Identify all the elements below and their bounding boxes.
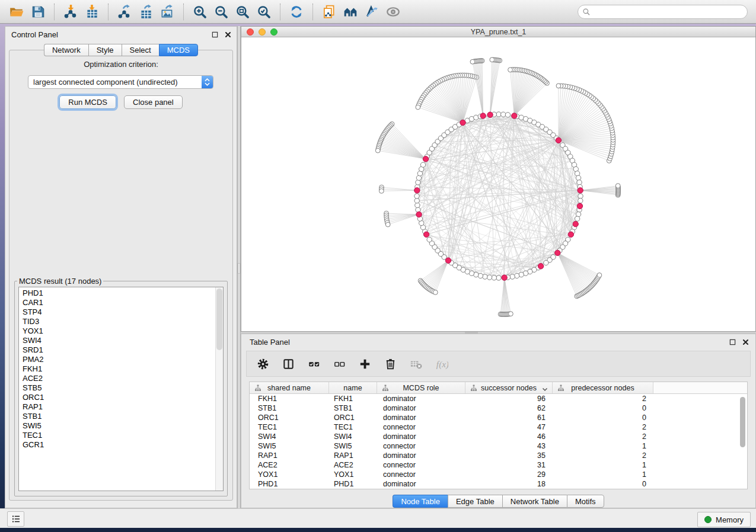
tab-network-table[interactable]: Network Table (502, 495, 567, 508)
mcds-result-item[interactable]: ACE2 (19, 374, 223, 383)
minimize-window-button[interactable] (259, 28, 266, 36)
show-columns-icon[interactable] (280, 356, 296, 371)
mcds-result-item[interactable]: ORC1 (19, 393, 223, 402)
zoom-selected-icon[interactable] (253, 2, 275, 21)
memory-button[interactable]: Memory (697, 512, 751, 527)
graph-hub-node[interactable] (502, 275, 507, 280)
graph-hub-node[interactable] (445, 258, 451, 263)
mcds-result-item[interactable]: FKH1 (19, 364, 223, 374)
mcds-result-item[interactable]: SWI5 (19, 421, 223, 431)
memory-label: Memory (716, 515, 744, 524)
tab-node-table[interactable]: Node Table (393, 495, 448, 508)
import-table-icon[interactable] (81, 2, 103, 21)
table-row[interactable]: FKH1FKH1dominator962 (250, 394, 747, 403)
mcds-result-item[interactable]: RAP1 (19, 402, 223, 412)
tab-network[interactable]: Network (44, 44, 88, 56)
graph-hub-node[interactable] (538, 264, 543, 269)
graph-hub-node[interactable] (573, 221, 578, 226)
close-window-button[interactable] (247, 28, 254, 36)
graph-hub-node[interactable] (423, 156, 428, 162)
graph-hub-node[interactable] (423, 232, 429, 237)
table-row[interactable]: ORC1ORC1dominator610 (250, 413, 747, 422)
table-row[interactable]: PHD1PHD1dominator180 (250, 479, 747, 489)
graph-hub-node[interactable] (556, 137, 561, 143)
table-panel-titlebar: Table Panel (241, 334, 755, 350)
select-all-rows-icon[interactable] (306, 356, 321, 371)
table-row[interactable]: ACE2ACE2connector311 (250, 460, 747, 470)
export-image-icon[interactable] (157, 2, 178, 21)
network-canvas[interactable] (241, 37, 755, 331)
column-settings-icon[interactable] (255, 356, 270, 371)
column-header-name[interactable]: name (329, 382, 377, 393)
zoom-in-icon[interactable] (189, 2, 210, 21)
close-panel-icon[interactable] (224, 31, 232, 39)
delete-columns-icon[interactable] (382, 356, 398, 371)
graph-hub-node[interactable] (578, 188, 583, 193)
graph-hub-node[interactable] (487, 112, 493, 117)
save-session-icon[interactable] (27, 2, 49, 21)
mcds-result-item[interactable]: STB1 (19, 412, 223, 421)
share-network-icon[interactable] (318, 2, 340, 21)
import-network-icon[interactable] (60, 2, 81, 21)
export-table-icon[interactable] (135, 2, 157, 21)
column-header-successor-nodes[interactable]: successor nodes (465, 382, 553, 393)
table-scrollbar[interactable] (740, 395, 746, 487)
mcds-result-item[interactable]: GCR1 (19, 440, 223, 450)
mcds-result-item[interactable]: TEC1 (19, 431, 223, 440)
table-cell: TEC1 (329, 422, 377, 432)
float-panel-icon[interactable] (211, 31, 219, 39)
float-table-panel-icon[interactable] (729, 338, 736, 346)
zoom-out-icon[interactable] (210, 2, 232, 21)
table-row[interactable]: TEC1TEC1connector472 (250, 422, 747, 432)
hide-graphics-details-icon (382, 2, 404, 21)
table-row[interactable]: SWI4SWI4dominator462 (250, 432, 747, 441)
first-neighbors-icon[interactable] (340, 2, 361, 21)
table-row[interactable]: RAP1RAP1dominator352 (250, 451, 747, 460)
tab-motifs[interactable]: Motifs (567, 495, 604, 508)
maximize-window-button[interactable] (270, 28, 277, 36)
graph-hub-node[interactable] (555, 250, 560, 255)
mcds-list-scrollbar[interactable] (215, 287, 223, 491)
tab-edge-table[interactable]: Edge Table (448, 495, 502, 508)
refresh-layout-icon[interactable] (286, 2, 307, 21)
deselect-all-rows-icon[interactable] (331, 356, 347, 371)
node-table: shared namenameMCDS rolesuccessor nodesp… (249, 382, 748, 489)
criterion-select[interactable]: largest connected component (undirected) (28, 75, 213, 89)
graph-hub-node[interactable] (568, 232, 573, 237)
column-header-MCDS-role[interactable]: MCDS role (377, 382, 465, 393)
graph-hub-node[interactable] (577, 203, 582, 209)
graph-hub-node[interactable] (416, 211, 422, 217)
toggle-graphics-details-icon[interactable] (361, 2, 382, 21)
zoom-fit-icon[interactable] (232, 2, 253, 21)
table-row[interactable]: YOX1YOX1connector291 (250, 470, 747, 479)
table-row[interactable]: SWI5SWI5connector431 (250, 441, 747, 451)
mcds-result-item[interactable]: SRD1 (19, 345, 223, 355)
mcds-result-item[interactable]: SWI4 (19, 336, 223, 345)
mcds-result-item[interactable]: STB5 (19, 383, 223, 393)
table-row[interactable]: STB1STB1dominator620 (250, 403, 747, 413)
tab-mcds[interactable]: MCDS (159, 44, 198, 56)
close-table-panel-icon[interactable] (742, 338, 749, 346)
panel-menu-button[interactable] (7, 511, 24, 527)
graph-hub-node[interactable] (480, 113, 486, 118)
mcds-result-item[interactable]: STP4 (19, 307, 223, 317)
close-panel-button[interactable]: Close panel (124, 95, 183, 109)
open-file-icon[interactable] (6, 2, 27, 21)
mcds-result-item[interactable]: TID3 (19, 317, 223, 326)
tab-select[interactable]: Select (122, 44, 159, 56)
graph-hub-node[interactable] (512, 113, 517, 118)
mcds-result-item[interactable]: PHD1 (19, 289, 223, 298)
table-cell: 96 (465, 394, 553, 403)
export-network-icon[interactable] (114, 2, 135, 21)
search-input[interactable] (578, 5, 748, 19)
graph-hub-node[interactable] (460, 120, 465, 125)
tab-style[interactable]: Style (88, 44, 122, 56)
create-column-icon[interactable] (357, 356, 372, 371)
mcds-result-item[interactable]: CAR1 (19, 298, 223, 307)
column-header-predecessor-nodes[interactable]: predecessor nodes (553, 382, 653, 393)
mcds-result-item[interactable]: PMA2 (19, 355, 223, 364)
column-header-shared-name[interactable]: shared name (250, 382, 329, 393)
run-mcds-button[interactable]: Run MCDS (59, 95, 116, 109)
graph-hub-node[interactable] (414, 188, 420, 193)
mcds-result-item[interactable]: YOX1 (19, 326, 223, 336)
